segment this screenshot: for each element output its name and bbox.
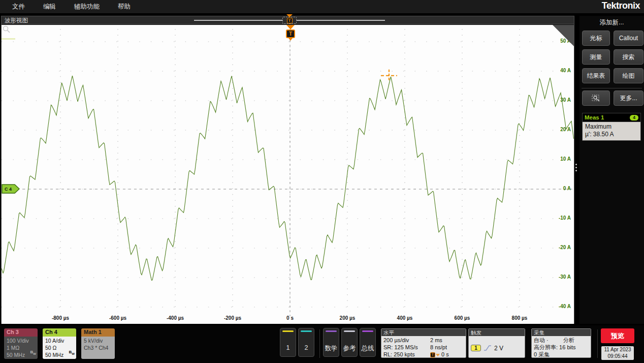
horizontal-scale: 200 µs/div <box>383 337 430 344</box>
bottom-divider-1 <box>319 329 320 358</box>
y-tick-label: -40 A <box>548 304 571 309</box>
magnifier-icon <box>2 25 11 34</box>
ch3-scale: 100 V/div <box>7 337 35 344</box>
channel-c4-reference-marker[interactable]: C 4 <box>2 184 20 194</box>
ch4-bw-limit-icon: BW <box>69 349 75 357</box>
trigger-panel[interactable]: 触发 1 2 V <box>468 328 525 358</box>
channel-badge-ch4[interactable]: Ch 4 10 A/div 50 Ω 50 MHz BW <box>43 328 76 359</box>
y-tick-label: 20 A <box>548 127 571 132</box>
pan-position-handle[interactable]: T <box>282 17 297 24</box>
horizontal-position: 0 s <box>441 351 449 357</box>
meas1-source-badge: 4 <box>630 115 638 120</box>
preview-button[interactable]: 预览 <box>601 328 634 343</box>
ch4-body: 10 A/div 50 Ω 50 MHz BW <box>43 337 76 359</box>
horizontal-panel-title: 水平 <box>381 329 466 336</box>
x-tick-label: 600 µs <box>446 315 478 321</box>
callout-button[interactable]: Callout <box>614 31 643 46</box>
acq-hires: 高分辨率: 16 bits <box>534 344 576 351</box>
y-tick-label: -10 A <box>548 215 571 221</box>
acq-count: 0 采集 <box>534 351 550 358</box>
rising-edge-icon <box>484 345 491 351</box>
measure-button[interactable]: 测量 <box>582 49 610 65</box>
plot-button[interactable]: 绘图 <box>614 68 643 83</box>
acq-mode: 自动 · <box>534 337 563 344</box>
record-length: RL: 250 kpts <box>383 351 430 358</box>
waveform-tabstrip: 波形视图 T <box>2 16 574 24</box>
channel-2-button[interactable]: 2 <box>298 328 314 357</box>
waveform-plot[interactable]: 50 A40 A30 A20 A10 A0 A-10 A-20 A-30 A-4… <box>2 25 574 324</box>
math-button[interactable]: 数学 <box>323 328 339 357</box>
trigger-flag-badge[interactable]: T <box>286 29 295 38</box>
channel-badge-math1[interactable]: Math 1 5 kV/div Ch3 * Ch4 <box>81 328 115 359</box>
channel-badge-ch3[interactable]: Ch 3 100 V/div 1 MΩ 50 MHz BW <box>4 328 38 359</box>
trigger-panel-body: 1 2 V <box>469 336 525 358</box>
zoom-mode-button[interactable] <box>582 90 610 106</box>
math1-header: Math 1 <box>81 328 115 337</box>
math-color-stripe <box>326 330 337 332</box>
measurement-badge-meas1[interactable]: Meas 1 4 Maximum µ': 38.50 A <box>582 113 641 141</box>
search-button[interactable]: 搜索 <box>614 49 643 65</box>
horizontal-panel-body: 200 µs/div2 ms SR: 125 MS/s8 ns/pt RL: 2… <box>381 336 466 358</box>
cursor-button[interactable]: 光标 <box>582 31 610 46</box>
horizontal-window: 2 ms <box>430 337 442 344</box>
more-button[interactable]: 更多... <box>614 90 643 106</box>
menu-bar: 文件 编辑 辅助功能 帮助 Tektronix <box>0 0 644 13</box>
meas1-body: Maximum µ': 38.50 A <box>582 122 641 141</box>
results-table-button[interactable]: 结果表 <box>582 68 610 83</box>
reference-button-label: 参考 <box>342 344 357 353</box>
y-tick-label: -30 A <box>548 274 571 280</box>
trigger-panel-title: 触发 <box>469 329 525 336</box>
y-tick-label: 0 A <box>548 186 571 191</box>
tab-waveform-view[interactable]: 波形视图 <box>5 17 28 24</box>
sidebar-button-grid: 光标 Callout 测量 搜索 结果表 绘图 <box>579 27 644 83</box>
ch2-color-stripe <box>301 330 312 332</box>
math1-expression: Ch3 * Ch4 <box>84 344 112 351</box>
sidebar-button-grid-2: 更多... <box>579 89 644 106</box>
resolution: 8 ns/pt <box>430 344 447 351</box>
datetime-display: 11 Apr 2023 09:05:44 <box>601 346 634 360</box>
bus-button[interactable]: 总线 <box>360 328 376 357</box>
menu-file[interactable]: 文件 <box>12 3 25 11</box>
edge-level-indicator <box>2 38 15 40</box>
ch4-header: Ch 4 <box>43 328 76 337</box>
trigger-source-badge: 1 <box>471 345 481 351</box>
trigger-position-readout: T 0 s <box>430 351 449 358</box>
meas1-header: Meas 1 4 <box>582 113 641 122</box>
waveform-svg[interactable] <box>2 25 574 324</box>
menu-edit[interactable]: 编辑 <box>43 3 56 11</box>
trigger-arrow-icon <box>286 25 295 29</box>
x-tick-label: -200 µs <box>216 315 249 321</box>
bottom-divider-2 <box>597 329 598 358</box>
x-tick-label: 400 µs <box>389 315 421 321</box>
panel-resize-grip[interactable] <box>575 164 578 171</box>
ch3-body: 100 V/div 1 MΩ 50 MHz BW <box>4 337 38 359</box>
menu-help[interactable]: 帮助 <box>118 3 131 11</box>
x-tick-label: -600 µs <box>102 315 134 321</box>
ch1-color-stripe <box>282 330 294 332</box>
trigger-level: 2 V <box>494 345 503 352</box>
acquisition-panel[interactable]: 采集 自动 ·分析 高分辨率: 16 bits 0 采集 <box>531 328 591 358</box>
acquisition-panel-body: 自动 ·分析 高分辨率: 16 bits 0 采集 <box>532 336 591 358</box>
zoom-corner-control[interactable] <box>553 25 574 46</box>
y-tick-label: -20 A <box>548 245 571 250</box>
time-text: 09:05:44 <box>601 353 634 360</box>
math1-body: 5 kV/div Ch3 * Ch4 <box>81 337 115 359</box>
ref-color-stripe <box>344 330 355 332</box>
bus-button-label: 总线 <box>360 344 375 353</box>
date-text: 11 Apr 2023 <box>601 347 634 353</box>
meas1-type: Maximum <box>585 123 638 131</box>
x-tick-label: -800 µs <box>44 315 77 321</box>
x-tick-label: 0 s <box>274 315 306 321</box>
horizontal-panel[interactable]: 水平 200 µs/div2 ms SR: 125 MS/s8 ns/pt RL… <box>381 328 466 358</box>
y-tick-label: 40 A <box>548 68 571 73</box>
trigger-flag-pointer-icon <box>288 38 293 41</box>
menu-utility[interactable]: 辅助功能 <box>74 3 100 11</box>
channel-1-button[interactable]: 1 <box>280 328 296 357</box>
reference-button[interactable]: 参考 <box>341 328 358 357</box>
sidebar-divider <box>582 88 642 88</box>
x-tick-label: 800 µs <box>503 315 536 321</box>
c4-marker-label: C 4 <box>5 187 12 192</box>
bus-color-stripe <box>362 330 373 332</box>
ch1-button-label: 1 <box>280 344 296 351</box>
right-sidebar: 添加新... 光标 Callout 测量 搜索 结果表 绘图 更多... <box>579 16 644 324</box>
